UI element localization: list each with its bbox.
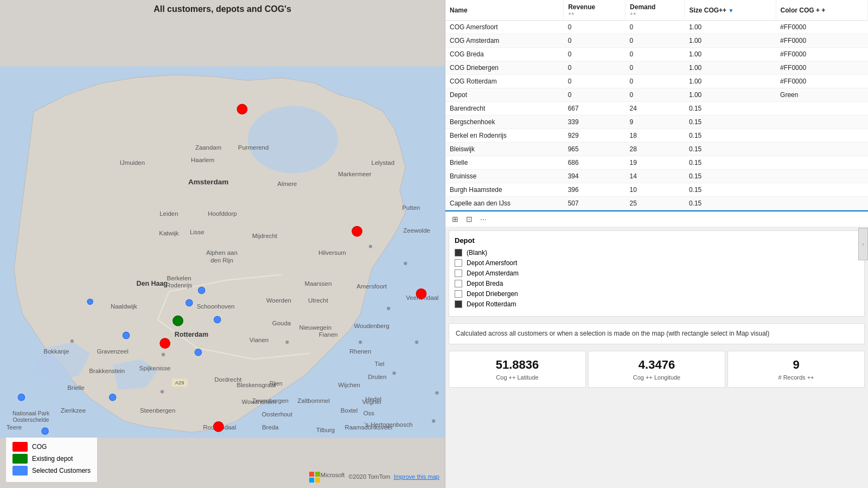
col-name[interactable]: Name xyxy=(445,0,564,21)
svg-point-88 xyxy=(285,341,289,344)
depot-filter-item[interactable]: (Blank) xyxy=(455,249,859,256)
svg-text:Schoonhoven: Schoonhoven xyxy=(197,303,235,310)
col-revenue[interactable]: Revenue++ xyxy=(564,0,626,21)
cell-color-cog: #FF0000 xyxy=(776,75,867,88)
svg-text:den Rijn: den Rijn xyxy=(210,257,233,264)
kpi-records-label: # Records ++ xyxy=(733,374,859,381)
cell-revenue: 0 xyxy=(564,75,626,88)
depot-checkbox[interactable] xyxy=(455,280,462,287)
cell-size-cog: 0.15 xyxy=(685,183,776,197)
svg-text:Almere: Almere xyxy=(277,181,297,187)
cell-size-cog: 1.00 xyxy=(685,61,776,75)
cell-color-cog xyxy=(776,183,867,197)
cell-demand: 24 xyxy=(626,102,685,115)
map-legend: COG Existing depot Selected Customers xyxy=(5,437,98,483)
cell-revenue: 0 xyxy=(564,61,626,75)
improve-map-link[interactable]: Improve this map xyxy=(394,473,439,480)
svg-text:Amersfoort: Amersfoort xyxy=(356,283,387,290)
cell-color-cog: #FF0000 xyxy=(776,21,867,34)
legend-depot-label: Existing depot xyxy=(32,455,73,463)
cell-name: COG Driebergen xyxy=(445,61,564,75)
map-canvas[interactable]: A29 Amsterdam Den Haag Rotterdam Almere … xyxy=(0,16,445,488)
cell-color-cog xyxy=(776,129,867,143)
col-color-cog[interactable]: Color COG + + xyxy=(776,0,867,21)
table-row: COG Amsterdam001.00#FF0000 xyxy=(445,34,868,48)
svg-text:Oosterschelde: Oosterschelde xyxy=(13,417,49,423)
cog-rotterdam-marker xyxy=(160,338,170,349)
cell-demand: 25 xyxy=(626,197,685,210)
depot-filter-item[interactable]: Depot Amersfoort xyxy=(455,259,859,267)
svg-point-89 xyxy=(387,307,390,310)
legend-depot: Existing depot xyxy=(12,454,91,464)
svg-point-96 xyxy=(161,390,164,393)
right-panel: Name Revenue++ Demand++ Size COG++ ▼ Col… xyxy=(445,0,868,488)
cell-name: Barendrecht xyxy=(445,102,564,115)
svg-text:Maarssen: Maarssen xyxy=(304,280,331,287)
cell-size-cog: 0.15 xyxy=(685,102,776,115)
cell-color-cog: #FF0000 xyxy=(776,61,867,75)
svg-point-95 xyxy=(162,353,165,356)
cell-size-cog: 1.00 xyxy=(685,75,776,88)
depot-checkbox[interactable] xyxy=(455,249,462,256)
col-size-cog[interactable]: Size COG++ ▼ xyxy=(685,0,776,21)
depot-checkbox[interactable] xyxy=(455,290,462,298)
cell-demand: 10 xyxy=(626,183,685,197)
depot-checkbox[interactable] xyxy=(455,259,462,267)
depot-filter-section: Depot (Blank)Depot AmersfoortDepot Amste… xyxy=(449,230,865,317)
data-table-section: Name Revenue++ Demand++ Size COG++ ▼ Col… xyxy=(445,0,868,211)
depot-filter-label: (Blank) xyxy=(467,249,487,256)
filter-icon[interactable]: ⊞ xyxy=(450,214,461,224)
customers-swatch xyxy=(12,466,28,476)
depot-checkbox[interactable] xyxy=(455,269,462,277)
table-body: COG Amersfoort001.00#FF0000COG Amsterdam… xyxy=(445,21,868,212)
kpi-latitude-value: 51.8836 xyxy=(455,358,580,372)
cell-color-cog xyxy=(776,115,867,129)
cell-name: Capelle aan den IJss xyxy=(445,197,564,210)
table-view-icon[interactable]: ⊡ xyxy=(464,214,475,224)
cell-name: Depot xyxy=(445,88,564,102)
right-edge-tab[interactable]: › xyxy=(858,228,868,260)
svg-text:Zevenbergen: Zevenbergen xyxy=(252,397,289,404)
depot-filter-item[interactable]: Depot Driebergen xyxy=(455,290,859,298)
cell-name: Bergschenhoek xyxy=(445,115,564,129)
svg-point-2 xyxy=(248,106,338,174)
cell-color-cog: #FF0000 xyxy=(776,48,867,61)
depot-filter-label: Depot Amersfoort xyxy=(467,259,517,267)
svg-rect-99 xyxy=(315,472,320,477)
cell-revenue: 667 xyxy=(564,102,626,115)
svg-text:Gouda: Gouda xyxy=(272,320,291,326)
svg-text:Bokkanje: Bokkanje xyxy=(43,348,69,355)
svg-text:Haarlem: Haarlem xyxy=(191,157,214,163)
svg-text:Oosterhout: Oosterhout xyxy=(261,411,292,418)
depot-checkbox[interactable] xyxy=(455,300,462,308)
kpi-latitude: 51.8836 Cog ++ Latitude xyxy=(449,351,586,388)
more-options-icon[interactable]: ··· xyxy=(478,214,489,224)
svg-point-78 xyxy=(186,299,193,306)
svg-text:Gravenzeel: Gravenzeel xyxy=(97,348,128,355)
svg-text:Brakkenstein: Brakkenstein xyxy=(89,368,125,374)
legend-cog-label: COG xyxy=(32,443,47,451)
cell-revenue: 0 xyxy=(564,88,626,102)
svg-point-81 xyxy=(195,349,201,356)
depot-filter-item[interactable]: Depot Rotterdam xyxy=(455,300,859,308)
depot-filter-item[interactable]: Depot Breda xyxy=(455,280,859,287)
svg-point-82 xyxy=(87,299,93,304)
legend-customers-label: Selected Customers xyxy=(32,467,91,474)
map-credit: Microsoft ©2020 TomTom Improve this map xyxy=(309,472,439,483)
svg-text:Zeewolde: Zeewolde xyxy=(403,227,430,234)
svg-text:Leiden: Leiden xyxy=(159,210,178,217)
depot-filter-item[interactable]: Depot Amsterdam xyxy=(455,269,859,277)
cell-revenue: 929 xyxy=(564,129,626,143)
svg-text:Tilburg: Tilburg xyxy=(316,427,335,433)
cell-name: Bleiswijk xyxy=(445,143,564,156)
cell-demand: 9 xyxy=(626,115,685,129)
table-toolbar: ⊞ ⊡ ··· xyxy=(445,211,868,227)
svg-text:IJmuiden: IJmuiden xyxy=(120,159,145,166)
cell-size-cog: 0.15 xyxy=(685,129,776,143)
cell-revenue: 686 xyxy=(564,156,626,170)
svg-point-86 xyxy=(369,245,372,248)
col-demand[interactable]: Demand++ xyxy=(626,0,685,21)
cell-revenue: 507 xyxy=(564,197,626,210)
map-credit-text: ©2020 TomTom xyxy=(349,473,391,480)
kpi-latitude-label: Cog ++ Latitude xyxy=(455,374,580,381)
